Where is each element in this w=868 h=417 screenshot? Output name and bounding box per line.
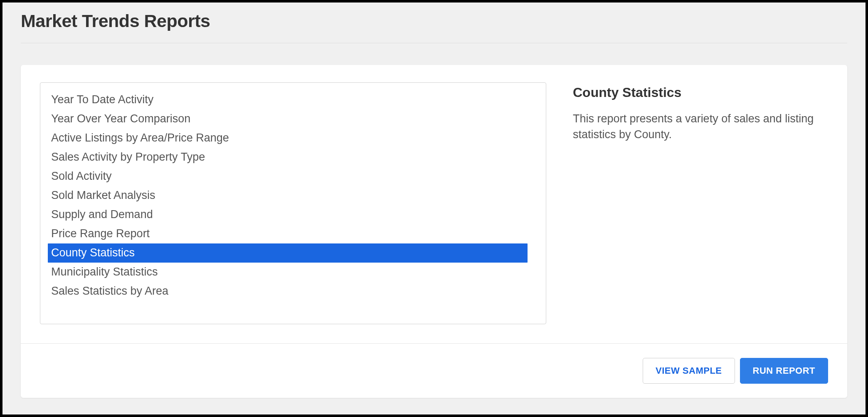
report-list-item[interactable]: Price Range Report [48, 224, 538, 243]
report-list-item[interactable]: Sales Activity by Property Type [48, 148, 538, 167]
card-body: Year To Date ActivityYear Over Year Comp… [21, 65, 847, 343]
report-list-item[interactable]: Year Over Year Comparison [48, 109, 538, 129]
report-list-item[interactable]: County Statistics [48, 243, 528, 263]
report-list-item[interactable]: Municipality Statistics [48, 263, 538, 282]
detail-pane: County Statistics This report presents a… [573, 82, 828, 324]
detail-description: This report presents a variety of sales … [573, 111, 828, 143]
report-list-item[interactable]: Sales Statistics by Area [48, 282, 538, 301]
card-footer: VIEW SAMPLE RUN REPORT [21, 343, 847, 398]
report-list-item[interactable]: Supply and Demand [48, 205, 538, 224]
view-sample-button[interactable]: VIEW SAMPLE [643, 358, 735, 384]
report-listbox[interactable]: Year To Date ActivityYear Over Year Comp… [40, 82, 546, 324]
report-card: Year To Date ActivityYear Over Year Comp… [21, 65, 847, 398]
run-report-button[interactable]: RUN REPORT [740, 358, 828, 384]
divider [21, 43, 847, 43]
report-list-item[interactable]: Year To Date Activity [48, 90, 538, 109]
report-list-item[interactable]: Active Listings by Area/Price Range [48, 129, 538, 148]
detail-title: County Statistics [573, 85, 828, 100]
page-title: Market Trends Reports [21, 11, 847, 31]
report-list-item[interactable]: Sold Activity [48, 167, 538, 186]
app-frame: Market Trends Reports Year To Date Activ… [2, 2, 866, 415]
report-list-item[interactable]: Sold Market Analysis [48, 186, 538, 205]
